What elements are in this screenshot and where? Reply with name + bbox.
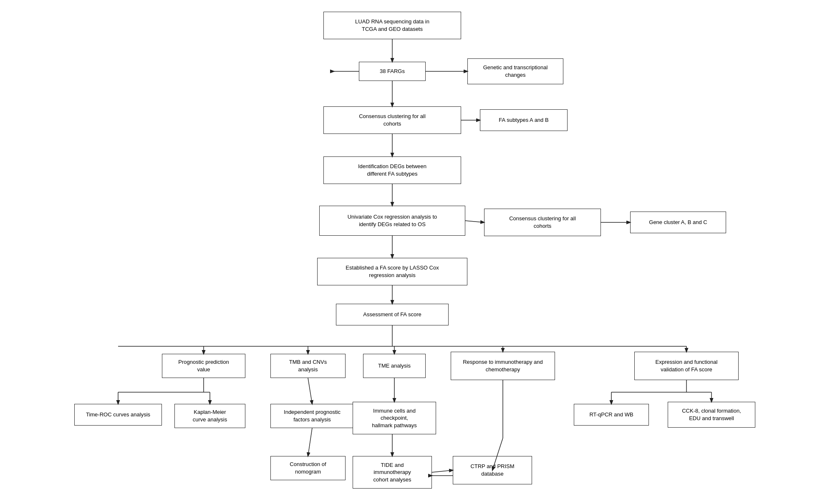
box-lasso-label: Established a FA score by LASSO Cox regr… [346,264,439,279]
box-rtqpcr: RT-qPCR and WB [574,404,649,426]
box-immune: Immune cells and checkpoint, hallmark pa… [353,402,436,434]
box-response: Response to immunotherapy and chemothera… [451,352,555,380]
box-genetic-label: Genetic and transcriptional changes [483,64,548,78]
svg-line-22 [308,378,312,404]
box-luad: LUAD RNA sequencing data in TCGA and GEO… [323,12,461,39]
box-genetic: Genetic and transcriptional changes [467,58,563,84]
box-rtqpcr-label: RT-qPCR and WB [589,411,633,418]
box-immune-label: Immune cells and checkpoint, hallmark pa… [372,407,417,429]
box-tmb-label: TMB and CNVs analysis [289,358,327,373]
box-expression-label: Expression and functional validation of … [656,358,718,373]
box-prognostic-label: Prognostic prediction value [178,358,229,373]
box-kaplan-label: Kaplan-Meier curve analysis [193,408,227,423]
box-fargs: 38 FARGs [359,62,426,81]
box-fasubtypes: FA subtypes A and B [480,109,568,131]
svg-line-7 [465,221,484,222]
flowchart: LUAD RNA sequencing data in TCGA and GEO… [0,0,820,504]
box-luad-label: LUAD RNA sequencing data in TCGA and GEO… [355,18,429,33]
box-identification: Identification DEGs between different FA… [323,156,461,184]
box-independent-label: Independent prognostic factors analysis [284,408,341,423]
box-fasubtypes-label: FA subtypes A and B [499,116,548,124]
box-cck8-label: CCK-8, clonal formation, EDU and transwe… [682,407,741,422]
box-ctrp-label: CTRP and PRISM database [470,463,514,477]
box-fargs-label: 38 FARGs [380,68,405,75]
box-kaplan: Kaplan-Meier curve analysis [174,404,245,428]
box-consensus1-label: Consensus clustering for all cohorts [359,113,426,127]
svg-line-23 [308,428,312,456]
box-tme-label: TME analysis [378,362,411,370]
box-timeroc: Time-ROC curves analysis [74,404,162,426]
box-assessment-label: Assessment of FA score [363,311,421,318]
box-consensus1: Consensus clustering for all cohorts [323,106,461,134]
box-cck8: CCK-8, clonal formation, EDU and transwe… [668,402,755,428]
box-consensus2: Consensus clustering for all cohorts [484,209,601,236]
box-nomogram-label: Construction of nomogram [290,461,326,475]
box-prognostic: Prognostic prediction value [162,354,245,378]
box-independent: Independent prognostic factors analysis [270,404,354,428]
box-assessment: Assessment of FA score [336,304,449,325]
box-genecluster-label: Gene cluster A, B and C [649,219,707,226]
box-lasso: Established a FA score by LASSO Cox regr… [317,258,467,285]
box-ctrp: CTRP and PRISM database [453,456,532,484]
box-timeroc-label: Time-ROC curves analysis [86,411,150,418]
svg-line-26 [432,470,453,472]
box-tme: TME analysis [363,354,426,378]
box-expression: Expression and functional validation of … [634,352,739,380]
box-univariate-label: Univariate Cox regression analysis to id… [348,213,437,228]
box-univariate: Univariate Cox regression analysis to id… [319,206,465,236]
box-tmb: TMB and CNVs analysis [270,354,346,378]
box-consensus2-label: Consensus clustering for all cohorts [509,215,576,229]
box-tide-label: TIDE and immunotherapy cohort analyses [373,461,411,484]
box-identification-label: Identification DEGs between different FA… [358,163,426,177]
box-response-label: Response to immunotherapy and chemothera… [463,358,543,373]
box-tide: TIDE and immunotherapy cohort analyses [353,456,432,489]
box-nomogram: Construction of nomogram [270,456,346,480]
box-genecluster: Gene cluster A, B and C [630,212,726,233]
